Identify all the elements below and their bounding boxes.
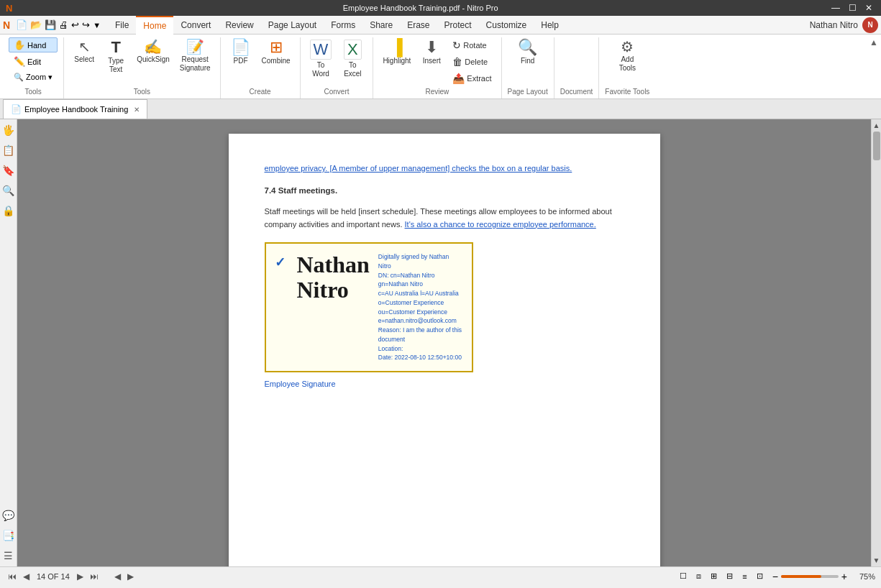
tab-file[interactable]: File — [108, 16, 136, 35]
nav-first-button[interactable]: ⏮ — [6, 571, 19, 582]
ribbon-collapse-button[interactable]: ▲ — [869, 37, 878, 47]
signature-label: Employee Signature — [265, 378, 624, 391]
scroll-arrow-up[interactable]: ▲ — [872, 119, 881, 132]
zoom-button[interactable]: 🔍 Zoom ▾ — [9, 70, 58, 84]
tab-forms[interactable]: Forms — [324, 16, 362, 35]
pdf-button[interactable]: 📄 PDF — [227, 37, 255, 68]
tab-page-layout[interactable]: Page Layout — [261, 16, 324, 35]
ribbon-group-page-layout-items: 🔍 Find — [513, 37, 542, 86]
doc-scroll[interactable]: employee privacy. [A member of upper man… — [17, 119, 871, 566]
insert-button[interactable]: ⬇ Insert — [417, 37, 446, 68]
highlight-button[interactable]: ▐ Highlight — [379, 37, 414, 68]
combine-label: Combine — [262, 57, 291, 65]
doc-tab-handbook[interactable]: 📄 Employee Handbook Training ✕ — [3, 99, 147, 119]
sidebar-search-icon[interactable]: 🔍 — [0, 183, 17, 198]
view-double-button[interactable]: ⧈ — [693, 570, 705, 582]
add-tools-button[interactable]: ⚙ AddTools — [613, 37, 642, 75]
sidebar-hand-icon[interactable]: 🖐 — [0, 122, 17, 138]
tab-home[interactable]: Home — [136, 16, 173, 35]
doc-tabs: 📄 Employee Handbook Training ✕ — [0, 99, 881, 119]
tab-protect[interactable]: Protect — [437, 16, 479, 35]
tab-review[interactable]: Review — [218, 16, 260, 35]
undo-icon[interactable]: ↩ — [71, 19, 79, 30]
sig-detail-ou: ou=Customer Experience — [378, 308, 463, 317]
sig-detail-dn: DN: cn=Nathan Nitro gn=Nathan Nitro — [378, 271, 463, 290]
quicksign-button[interactable]: ✍ QuickSign — [133, 37, 173, 66]
sidebar-comments-icon[interactable]: 💬 — [0, 507, 17, 523]
ribbon-group-create-label: Create — [227, 86, 294, 96]
view-grid2-button[interactable]: ⊞ — [707, 570, 721, 582]
scroll-track[interactable] — [872, 132, 881, 554]
to-word-button[interactable]: W ToWord — [306, 37, 336, 81]
hand-label: Hand — [27, 41, 46, 50]
zoom-slider[interactable] — [781, 575, 839, 578]
customize-qat-icon[interactable]: ▼ — [93, 21, 101, 29]
nav-last-button[interactable]: ⏭ — [88, 571, 101, 582]
hand-button[interactable]: ✋ Hand — [9, 37, 58, 52]
sig-detail-c: c=AU Australia l=AU Australia — [378, 289, 463, 298]
sig-detail-e: e=nathan.nitro@outlook.com — [378, 316, 463, 326]
sidebar-layers-icon[interactable]: ☰ — [1, 548, 15, 564]
save-icon[interactable]: 💾 — [45, 19, 56, 30]
tab-help[interactable]: Help — [534, 16, 566, 35]
scroll-thumb[interactable] — [873, 132, 880, 160]
maximize-button[interactable]: ☐ — [846, 3, 859, 13]
nav-prev-doc-button[interactable]: ◀ — [112, 571, 123, 582]
extract-button[interactable]: 📤 Extract — [449, 70, 495, 86]
zoom-plus-button[interactable]: + — [841, 571, 847, 582]
title-bar-controls[interactable]: — ☐ ✕ — [828, 3, 875, 13]
user-avatar[interactable]: N — [862, 17, 878, 33]
tab-erase[interactable]: Erase — [400, 16, 437, 35]
nav-prev-doc: ◀ ▶ — [112, 571, 136, 582]
view-fit-button[interactable]: ⊡ — [753, 570, 767, 582]
zoom-icon: 🔍 — [14, 73, 24, 82]
rotate-button[interactable]: ↻ Rotate — [449, 37, 495, 53]
sidebar-security-icon[interactable]: 🔒 — [0, 203, 17, 219]
open-icon[interactable]: 📂 — [30, 19, 42, 30]
redo-icon[interactable]: ↪ — [82, 19, 90, 30]
select-button[interactable]: ↖ Select — [70, 37, 99, 66]
view-grid4-button[interactable]: ⊟ — [723, 570, 736, 582]
edit-label: Edit — [27, 58, 41, 66]
tab-share[interactable]: Share — [362, 16, 400, 35]
to-excel-button[interactable]: X ToExcel — [338, 37, 367, 81]
new-icon[interactable]: 📄 — [16, 19, 27, 30]
edit-icon: ✏️ — [14, 56, 25, 67]
zoom-level: 75% — [850, 572, 875, 581]
sidebar-pages-icon[interactable]: 📋 — [0, 142, 17, 158]
pdf-label: PDF — [234, 57, 248, 65]
find-icon: 🔍 — [518, 40, 537, 55]
delete-label: Delete — [465, 58, 488, 66]
minimize-button[interactable]: — — [828, 3, 843, 13]
left-sidebar: 🖐 📋 🔖 🔍 🔒 💬 📑 ☰ — [0, 119, 17, 566]
delete-button[interactable]: 🗑 Delete — [449, 54, 495, 70]
find-button[interactable]: 🔍 Find — [513, 37, 542, 68]
request-signature-button[interactable]: 📝 RequestSignature — [176, 37, 214, 75]
view-single-button[interactable]: ☐ — [676, 570, 690, 582]
scroll-arrow-down[interactable]: ▼ — [872, 554, 881, 566]
print-icon[interactable]: 🖨 — [59, 19, 68, 30]
zoom-label: Zoom ▾ — [26, 73, 53, 82]
doc-tab-close-button[interactable]: ✕ — [134, 106, 140, 114]
sidebar-attachments-icon[interactable]: 📑 — [0, 528, 17, 543]
type-text-button[interactable]: T TypeText — [101, 37, 130, 76]
combine-button[interactable]: ⊞ Combine — [258, 37, 294, 68]
sidebar-bookmarks-icon[interactable]: 🔖 — [0, 162, 17, 178]
ribbon-group-convert: W ToWord X ToExcel Convert — [301, 37, 374, 98]
nav-next-doc-button[interactable]: ▶ — [125, 571, 136, 582]
tab-convert[interactable]: Convert — [173, 16, 218, 35]
ribbon-group-review-items: ▐ Highlight ⬇ Insert ↻ Rotate 🗑 Delete 📤 — [379, 37, 495, 86]
edit-button[interactable]: ✏️ Edit — [9, 54, 58, 69]
status-bar: ⏮ ◀ 14 OF 14 ▶ ⏭ ◀ ▶ ☐ ⧈ ⊞ ⊟ ≡ ⊡ − + 75% — [0, 566, 881, 585]
user-area: Nathan Nitro N — [810, 17, 878, 33]
zoom-minus-button[interactable]: − — [772, 571, 778, 582]
nav-prev-button[interactable]: ◀ — [21, 571, 32, 582]
tab-customize[interactable]: Customize — [479, 16, 534, 35]
close-button[interactable]: ✕ — [862, 3, 875, 13]
zoom-area: − + 75% — [772, 571, 875, 582]
title-bar: N Employee Handbook Training.pdf - Nitro… — [0, 0, 881, 16]
right-scrollbar[interactable]: ▲ ▼ — [871, 119, 881, 566]
view-scroll-button[interactable]: ≡ — [739, 570, 750, 582]
select-label: Select — [74, 55, 94, 64]
nav-next-button[interactable]: ▶ — [75, 571, 86, 582]
